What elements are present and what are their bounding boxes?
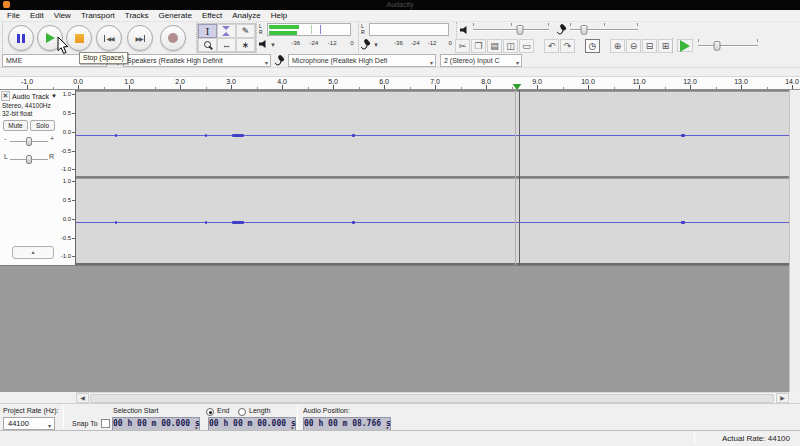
recording-meter-bars xyxy=(369,23,449,36)
audacity-logo-icon xyxy=(3,1,10,8)
fit-project-button[interactable]: ⊞ xyxy=(658,39,673,53)
menu-edit[interactable]: Edit xyxy=(25,10,49,22)
length-radio-label: Length xyxy=(249,407,270,414)
timeline-ruler[interactable]: -1.00.01.02.03.04.05.06.07.08.09.010.011… xyxy=(0,76,800,90)
scroll-left-button[interactable]: ◀ xyxy=(76,393,89,403)
output-volume-thumb[interactable] xyxy=(517,25,524,35)
vruler-label: 0.0 xyxy=(63,129,71,135)
silence-button[interactable]: ▭ xyxy=(519,39,534,53)
waveform-blip xyxy=(232,221,244,224)
record-button[interactable] xyxy=(160,25,186,51)
playback-meter-dropdown-icon[interactable]: ▼ xyxy=(270,42,276,48)
speaker-icon[interactable] xyxy=(259,40,268,48)
input-volume-slider[interactable] xyxy=(570,23,638,36)
track-close-button[interactable]: ✕ xyxy=(1,91,10,101)
title-bar[interactable]: Audacity xyxy=(0,0,800,10)
scroll-right-button[interactable]: ▶ xyxy=(776,393,789,403)
waveform-channel-left[interactable] xyxy=(76,91,789,176)
ruler-label: 10.0 xyxy=(581,78,595,85)
ruler-label: 2.0 xyxy=(175,78,185,85)
vertical-scrollbar[interactable] xyxy=(789,90,800,392)
horizontal-scrollbar[interactable]: ◀ ▶ xyxy=(76,392,789,403)
selection-end-timebox[interactable]: 00 h 00 m 00.000 s▾ xyxy=(208,417,296,431)
end-radio[interactable] xyxy=(206,408,214,416)
selection-tool-button[interactable]: I xyxy=(198,24,217,38)
mute-button[interactable]: Mute xyxy=(3,120,28,131)
envelope-tool-button[interactable] xyxy=(217,24,236,38)
ruler-label: 12.0 xyxy=(683,78,697,85)
cut-button[interactable]: ✂ xyxy=(455,39,470,53)
project-rate-value: 44100 xyxy=(8,419,29,428)
transport-toolbar: ◀◀ ▶▶ xyxy=(2,22,192,53)
timeshift-tool-button[interactable]: ↔ xyxy=(217,38,236,52)
recording-meter[interactable]: L R ▼ -36-24-120 xyxy=(358,22,452,53)
pause-button[interactable] xyxy=(8,25,34,51)
playback-speed-slider[interactable] xyxy=(698,39,758,52)
waveform-area[interactable] xyxy=(76,90,789,265)
stop-button[interactable] xyxy=(66,25,92,51)
waveform-blip xyxy=(205,221,207,224)
paste-icon: ▤ xyxy=(490,41,499,51)
ruler-label: -1.0 xyxy=(21,78,33,85)
zoom-in-button[interactable]: ⊕ xyxy=(610,39,625,53)
fit-selection-button[interactable]: ⊟ xyxy=(642,39,657,53)
menu-tracks[interactable]: Tracks xyxy=(120,10,154,22)
copy-button[interactable]: ❐ xyxy=(471,39,486,53)
gain-thumb[interactable] xyxy=(26,137,32,146)
ruler-label: 0.0 xyxy=(73,78,83,85)
sync-lock-button[interactable]: ◷ xyxy=(585,39,600,53)
playback-speed-thumb[interactable] xyxy=(714,41,721,51)
multi-tool-button[interactable]: ∗ xyxy=(236,38,255,52)
draw-tool-button[interactable]: ✎ xyxy=(236,24,255,38)
project-rate-dropdown[interactable]: 44100▾ xyxy=(3,417,55,430)
ruler-label: 9.0 xyxy=(532,78,542,85)
mixer-toolbar xyxy=(456,22,640,38)
track-title[interactable]: Audio Track xyxy=(12,93,49,100)
ruler-label: 3.0 xyxy=(226,78,236,85)
play-at-speed-button[interactable] xyxy=(677,39,693,52)
undo-button[interactable]: ↶ xyxy=(544,39,559,53)
empty-project-area xyxy=(0,265,789,392)
menu-help[interactable]: Help xyxy=(266,10,292,22)
audio-position-timebox[interactable]: 00 h 00 m 08.766 s▾ xyxy=(303,417,391,431)
transcription-toolbar xyxy=(672,38,760,53)
trim-button[interactable]: ◫ xyxy=(503,39,518,53)
output-volume-slider[interactable] xyxy=(473,23,549,36)
pan-thumb[interactable] xyxy=(26,155,32,164)
paste-button[interactable]: ▤ xyxy=(487,39,502,53)
multi-tool-icon: ∗ xyxy=(242,40,250,50)
redo-button[interactable]: ↷ xyxy=(560,39,575,53)
gain-slider[interactable]: - + xyxy=(4,134,54,147)
selection-start-value: 00 h 00 m 00.000 s xyxy=(113,419,200,428)
track-menu-caret-icon[interactable]: ▼ xyxy=(51,93,57,99)
scrollbar-thumb[interactable] xyxy=(90,394,774,403)
microphone-icon[interactable] xyxy=(361,39,371,49)
menu-view[interactable]: View xyxy=(49,10,76,22)
vruler-label: 1.0 xyxy=(63,91,71,97)
menu-file[interactable]: File xyxy=(2,10,25,22)
solo-button[interactable]: Solo xyxy=(30,120,55,131)
track-collapse-button[interactable]: ▴ xyxy=(12,246,54,259)
selection-start-timebox[interactable]: 00 h 00 m 00.000 s▾ xyxy=(112,417,200,431)
recording-channels-dropdown[interactable]: 2 (Stereo) Input C▾ xyxy=(440,54,522,67)
playback-meter[interactable]: L R ▼ -36-24-120 xyxy=(256,22,356,53)
recording-channels-value: 2 (Stereo) Input C xyxy=(444,57,500,64)
pan-slider[interactable]: L R xyxy=(4,152,54,165)
menu-analyze[interactable]: Analyze xyxy=(227,10,265,22)
playback-device-dropdown[interactable]: Speakers (Realtek High Definit▾ xyxy=(123,54,271,67)
playback-max-peak xyxy=(320,25,321,34)
input-volume-thumb[interactable] xyxy=(581,25,588,35)
menu-transport[interactable]: Transport xyxy=(76,10,120,22)
waveform-channel-right[interactable] xyxy=(76,178,789,263)
menu-effect[interactable]: Effect xyxy=(197,10,227,22)
length-radio[interactable] xyxy=(238,408,246,416)
menu-generate[interactable]: Generate xyxy=(154,10,197,22)
snap-to-checkbox[interactable] xyxy=(101,419,110,428)
skip-to-start-button[interactable]: ◀◀ xyxy=(96,25,122,51)
zoom-tool-button[interactable] xyxy=(198,38,217,52)
ruler-label: 6.0 xyxy=(379,78,389,85)
recording-device-dropdown[interactable]: Microphone (Realtek High Defi▾ xyxy=(288,54,436,67)
skip-to-end-button[interactable]: ▶▶ xyxy=(127,25,153,51)
recording-meter-dropdown-icon[interactable]: ▼ xyxy=(373,42,379,48)
zoom-out-button[interactable]: ⊖ xyxy=(626,39,641,53)
